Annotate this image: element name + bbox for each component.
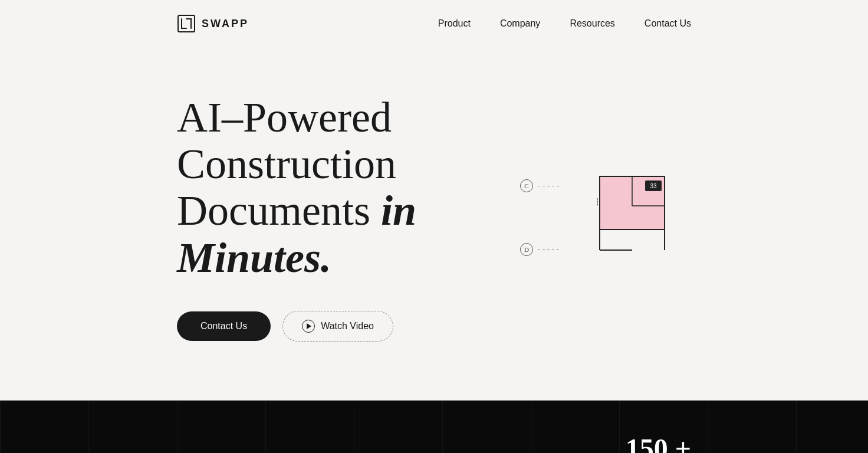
watch-video-button[interactable]: Watch Video [282,311,393,342]
hero-illustration: C D 33 138 [544,173,673,262]
nav-link-product[interactable]: Product [438,18,471,28]
bottom-content: SWAPP applies intelligent 150 + Complete… [177,432,691,453]
grid-marker-c: C [520,179,561,192]
floorplan-svg: 33 138 [597,173,673,256]
play-icon [302,320,315,333]
navbar: SWAPP Product Company Resources Contact … [0,0,868,47]
grid-line-d [538,250,561,250]
grid-line-c [538,186,561,186]
grid-circle-d: D [520,243,533,256]
hero-title: AI–Powered Construction Documents in Min… [177,94,544,281]
grid-circle-c: C [520,179,533,192]
nav-links: Product Company Resources Contact Us [438,18,691,29]
stat-number: 150 + [626,432,691,453]
nav-link-resources[interactable]: Resources [570,18,614,28]
hero-content: AI–Powered Construction Documents in Min… [177,94,544,342]
play-triangle [307,323,311,329]
svg-text:33: 33 [650,183,657,189]
hero-buttons: Contact Us Watch Video [177,311,544,342]
contact-us-button[interactable]: Contact Us [177,311,271,341]
svg-text:138: 138 [597,198,599,206]
logo[interactable]: SWAPP [177,14,249,33]
hero-title-line1: AI–Powered Construction [177,94,396,188]
hero-section: AI–Powered Construction Documents in Min… [0,47,868,401]
hero-title-line2-normal: Documents [177,187,381,234]
nav-item-company[interactable]: Company [500,18,540,29]
logo-icon [177,14,196,33]
nav-item-resources[interactable]: Resources [570,18,614,29]
nav-item-contact[interactable]: Contact Us [645,18,691,29]
logo-text: SWAPP [202,18,249,30]
nav-item-product[interactable]: Product [438,18,471,29]
svg-rect-0 [178,15,195,32]
nav-link-company[interactable]: Company [500,18,540,28]
watch-video-label: Watch Video [321,321,374,331]
nav-link-contact[interactable]: Contact Us [645,18,691,28]
bottom-stat: 150 + Completed [626,432,691,453]
grid-marker-d: D [520,243,561,256]
bottom-section: SWAPP applies intelligent 150 + Complete… [0,401,868,453]
